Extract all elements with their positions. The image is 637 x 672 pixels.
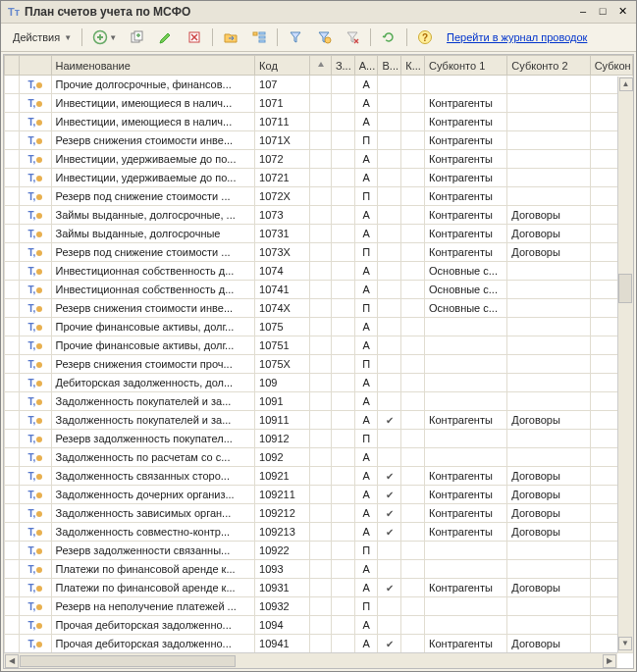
cell-code: 1074 bbox=[255, 262, 310, 281]
account-type-icon: Т, bbox=[27, 396, 42, 407]
svg-rect-5 bbox=[259, 32, 265, 34]
cell-code: 1071 bbox=[255, 94, 310, 113]
col-b[interactable]: В... bbox=[378, 56, 401, 76]
filter1-button[interactable] bbox=[283, 26, 308, 48]
scroll-down-button[interactable]: ▼ bbox=[618, 637, 632, 650]
cell-subkonto1 bbox=[425, 374, 507, 392]
col-sort[interactable] bbox=[310, 56, 332, 76]
table-row[interactable]: Т,Инвестиции, удерживаемые до по...10721… bbox=[5, 169, 633, 187]
col-name[interactable]: Наименование bbox=[51, 56, 255, 76]
table-row[interactable]: Т,Задолженность дочерних организ...10921… bbox=[5, 486, 633, 504]
table-row[interactable]: Т,Инвестиции, имеющиеся в налич...10711А… bbox=[5, 113, 633, 131]
cell-subkonto2 bbox=[507, 299, 590, 318]
cell-b bbox=[378, 542, 401, 560]
edit-button[interactable] bbox=[153, 26, 179, 48]
col-z[interactable]: З... bbox=[331, 56, 354, 76]
journal-link[interactable]: Перейти в журнал проводок bbox=[447, 31, 587, 43]
col-a[interactable]: А... bbox=[354, 56, 378, 76]
table-row[interactable]: Т,Платежи по финансовой аренде к...1093А bbox=[5, 560, 633, 579]
vertical-scrollbar[interactable]: ▲ ▼ bbox=[617, 77, 633, 652]
table-row[interactable]: Т,Резерв задолженность покупател...10912… bbox=[5, 430, 633, 448]
table-row[interactable]: Т,Резерв на неполучение платежей ...1093… bbox=[5, 597, 633, 616]
scroll-right-button[interactable]: ▶ bbox=[603, 654, 616, 668]
table-row[interactable]: Т,Резерв снижения стоимости инве...1071X… bbox=[5, 131, 633, 150]
table-row[interactable]: Т,Займы выданные, долгосрочные10731АКонт… bbox=[5, 225, 633, 243]
col-subkonto1[interactable]: Субконто 1 bbox=[425, 56, 507, 76]
scroll-thumb-v[interactable] bbox=[618, 274, 632, 303]
cell-name: Задолженность дочерних организ... bbox=[51, 486, 255, 504]
refresh-button[interactable] bbox=[376, 26, 401, 48]
cell-subkonto2: Договоры bbox=[507, 523, 590, 542]
table-row[interactable]: Т,Прочие долгосрочные, финансов...107А bbox=[5, 76, 633, 94]
cell-subkonto2 bbox=[507, 355, 590, 374]
copy-button[interactable] bbox=[125, 26, 150, 48]
cell-subkonto2 bbox=[507, 113, 590, 131]
move-to-folder-button[interactable] bbox=[218, 26, 243, 48]
cell-b bbox=[378, 94, 401, 113]
help-button[interactable]: ? bbox=[412, 26, 438, 48]
scroll-left-button[interactable]: ◀ bbox=[5, 654, 19, 668]
account-type-icon: Т, bbox=[27, 173, 42, 183]
minimize-button[interactable]: – bbox=[575, 5, 591, 19]
account-type-icon: Т, bbox=[27, 229, 42, 239]
table-row[interactable]: Т,Задолженность покупателей и за...1091А bbox=[5, 392, 633, 411]
cell-b: ✔ bbox=[378, 467, 401, 486]
cell-subkonto2: Договоры bbox=[507, 635, 590, 653]
window-title: План счетов учета по МСФО bbox=[25, 5, 575, 19]
table-row[interactable]: Т,Прочая дебиторская задолженно...10941А… bbox=[5, 635, 633, 653]
table-row[interactable]: Т,Платежи по финансовой аренде к...10931… bbox=[5, 579, 633, 597]
table-row[interactable]: Т,Задолженность по расчетам со с...1092А bbox=[5, 448, 633, 467]
cell-subkonto2: Договоры bbox=[507, 206, 590, 225]
horizontal-scrollbar[interactable]: ◀ ▶ bbox=[4, 652, 617, 668]
table-row[interactable]: Т,Инвестиционная собственность д...10741… bbox=[5, 281, 633, 299]
svg-rect-7 bbox=[259, 40, 265, 42]
table-row[interactable]: Т,Прочие финансовые активы, долг...10751… bbox=[5, 336, 633, 355]
table-row[interactable]: Т,Инвестиции, удерживаемые до по...1072А… bbox=[5, 150, 633, 169]
table-row[interactable]: Т,Задолженность покупателей и за...10911… bbox=[5, 411, 633, 430]
table-row[interactable]: Т,Резерв задолженности связанны...10922П bbox=[5, 542, 633, 560]
col-code[interactable]: Код bbox=[255, 56, 310, 76]
cell-a: А bbox=[354, 76, 378, 94]
table-row[interactable]: Т,Резерв под снижение стоимости ...1073X… bbox=[5, 243, 633, 262]
cell-code: 1075X bbox=[255, 355, 310, 374]
close-button[interactable]: ✕ bbox=[614, 5, 630, 19]
table-row[interactable]: Т,Инвестиционная собственность д...1074А… bbox=[5, 262, 633, 281]
cell-subkonto1 bbox=[425, 392, 507, 411]
col-icon[interactable] bbox=[20, 56, 51, 76]
hierarchy-button[interactable] bbox=[246, 26, 272, 48]
col-marker[interactable] bbox=[5, 56, 20, 76]
table-row[interactable]: Т,Резерв снижения стоимости проч...1075X… bbox=[5, 355, 633, 374]
delete-x-icon bbox=[186, 29, 202, 45]
col-subkonto3[interactable]: Субкон bbox=[590, 56, 632, 76]
col-subkonto2[interactable]: Субконто 2 bbox=[507, 56, 590, 76]
table-row[interactable]: Т,Прочие финансовые активы, долг...1075А bbox=[5, 318, 633, 336]
col-k[interactable]: К... bbox=[401, 56, 425, 76]
table-row[interactable]: Т,Задолженность связанных сторо...10921А… bbox=[5, 467, 633, 486]
filter-clear-button[interactable] bbox=[340, 26, 365, 48]
add-button[interactable]: ▼ bbox=[87, 26, 122, 48]
table-row[interactable]: Т,Задолженность совместно-контр...109213… bbox=[5, 523, 633, 542]
scroll-up-button[interactable]: ▲ bbox=[619, 78, 633, 91]
table-row[interactable]: Т,Резерв под снижение стоимости ...1072X… bbox=[5, 187, 633, 206]
table-row[interactable]: Т,Задолженность зависимых орган...109212… bbox=[5, 504, 633, 523]
table-row[interactable]: Т,Прочая дебиторская задолженно...1094А bbox=[5, 616, 633, 635]
account-type-icon: Т, bbox=[27, 639, 42, 649]
cell-name: Прочие финансовые активы, долг... bbox=[51, 336, 255, 355]
cell-name: Резерв задолженности связанны... bbox=[51, 542, 255, 560]
table-row[interactable]: Т,Инвестиции, имеющиеся в налич...1071АК… bbox=[5, 94, 633, 113]
scroll-thumb-h[interactable] bbox=[20, 655, 236, 667]
cell-subkonto1 bbox=[425, 616, 507, 635]
cell-subkonto2 bbox=[507, 187, 590, 206]
maximize-button[interactable]: □ bbox=[595, 5, 610, 19]
actions-menu-button[interactable]: Действия▼ bbox=[5, 26, 77, 48]
cell-b bbox=[378, 299, 401, 318]
filter2-button[interactable] bbox=[311, 26, 337, 48]
delete-button[interactable] bbox=[182, 26, 207, 48]
table-row[interactable]: Т,Резерв снижения стоимости инве...1074X… bbox=[5, 299, 633, 318]
cell-a: А bbox=[354, 225, 378, 243]
cell-subkonto1: Контрагенты bbox=[425, 486, 507, 504]
table-row[interactable]: Т,Займы выданные, долгосрочные, ...1073А… bbox=[5, 206, 633, 225]
accounts-grid[interactable]: Наименование Код З... А... В... К... Суб… bbox=[4, 55, 633, 668]
cell-subkonto2: Договоры bbox=[507, 504, 590, 523]
table-row[interactable]: Т,Дебиторская задолженность, дол...109А bbox=[5, 374, 633, 392]
